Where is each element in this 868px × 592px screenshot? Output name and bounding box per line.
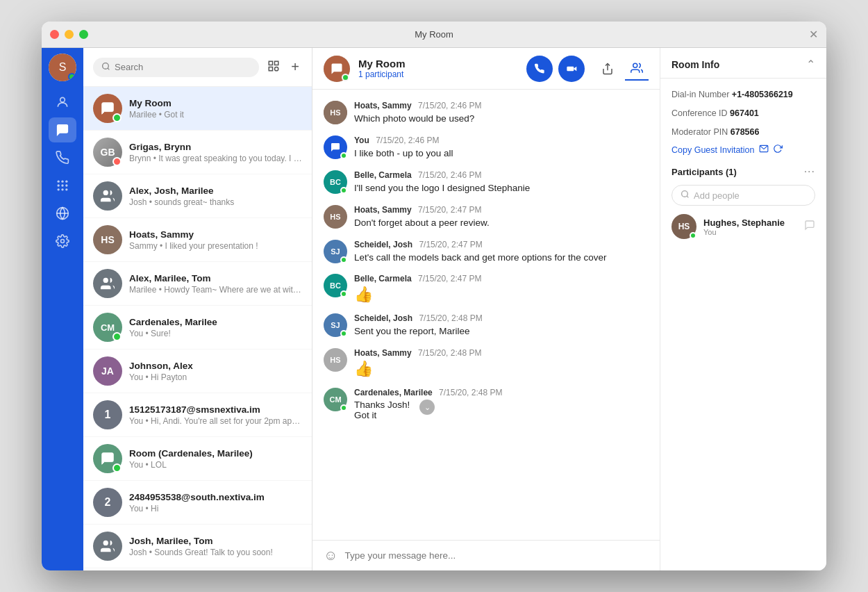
sidebar-nav: S — [42, 48, 83, 570]
search-input[interactable] — [115, 62, 251, 72]
message-text: I like both - up to you all — [354, 147, 649, 161]
avatar-wrap: GB — [93, 138, 122, 167]
message-row: BC Belle, Carmela 7/15/20, 2:46 PM I'll … — [324, 170, 649, 195]
message-input[interactable] — [344, 550, 649, 561]
minimize-button[interactable] — [65, 30, 74, 39]
message-meta: Hoats, Sammy 7/15/20, 2:46 PM — [354, 101, 649, 110]
sender-online-dot — [340, 256, 347, 263]
contact-name: Cardenales, Marilee — [129, 317, 302, 327]
message-avatar-wrap: SJ — [324, 240, 347, 263]
list-item[interactable]: Room (Cardenales, Marilee) You • LOL — [83, 437, 312, 481]
contact-name: Room (Cardenales, Marilee) — [129, 448, 302, 459]
message-content: Belle, Carmela 7/15/20, 2:46 PM I'll sen… — [354, 170, 649, 195]
svg-point-18 — [275, 67, 278, 70]
message-avatar-wrap: SJ — [324, 313, 347, 337]
add-people-input[interactable]: Add people — [671, 185, 815, 206]
svg-point-5 — [61, 184, 63, 186]
status-badge — [112, 157, 122, 166]
message-text: Let's call the models back and get more … — [354, 252, 649, 265]
message-avatar-wrap: BC — [324, 274, 347, 297]
message-avatar: HS — [324, 348, 347, 372]
contact-preview: Josh • sounds great~ thanks — [129, 197, 302, 207]
sidebar-item-contacts[interactable] — [49, 90, 76, 115]
message-meta: Scheidel, Josh 7/15/20, 2:48 PM — [354, 313, 649, 323]
sidebar-item-chat[interactable] — [49, 117, 76, 142]
participant-chat-icon[interactable] — [804, 220, 815, 233]
list-item[interactable]: 2 2484953538@south.nextiva.im You • Hi — [83, 481, 312, 525]
traffic-lights — [50, 30, 88, 39]
list-item[interactable]: GB Grigas, Brynn Brynn • It was great sp… — [83, 131, 312, 174]
main-layout: S — [42, 48, 826, 570]
list-item[interactable]: CM Cardenales, Marilee You • Sure! — [83, 306, 312, 350]
message-sender: You — [354, 135, 369, 145]
message-text: 👍 — [354, 360, 649, 378]
message-content: Hoats, Sammy 7/15/20, 2:46 PM Which phot… — [354, 101, 649, 126]
sidebar-item-settings[interactable] — [49, 229, 76, 254]
svg-point-12 — [61, 240, 65, 243]
maximize-button[interactable] — [79, 30, 88, 39]
contacts-panel: + My Room Marilee • Got it — [83, 48, 312, 570]
chat-header: My Room 1 participant — [312, 48, 660, 90]
people-button[interactable] — [625, 57, 649, 81]
emoji-button[interactable]: ☺ — [324, 548, 337, 564]
add-contact-icon[interactable]: + — [288, 56, 302, 78]
contact-preview: Josh • Sounds Great! Talk to you soon! — [129, 548, 302, 557]
svg-rect-22 — [567, 66, 574, 71]
message-content: Belle, Carmela 7/15/20, 2:47 PM 👍 — [354, 274, 649, 304]
list-item[interactable]: My Room Marilee • Got it — [83, 87, 312, 131]
chat-room-avatar — [324, 56, 350, 82]
chat-messages: HS Hoats, Sammy 7/15/20, 2:46 PM Which p… — [312, 90, 660, 540]
share-button[interactable] — [596, 57, 619, 81]
user-avatar[interactable]: S — [49, 54, 76, 81]
message-avatar: HS — [324, 101, 347, 124]
svg-point-25 — [633, 63, 637, 67]
svg-point-7 — [58, 188, 60, 190]
sidebar-item-globe[interactable] — [49, 201, 76, 226]
list-item[interactable]: SJ Scheidel, Josh You • Hi Blake! — [83, 568, 312, 570]
svg-line-28 — [687, 196, 688, 197]
contact-name: My Room — [129, 98, 302, 108]
message-avatar-wrap: HS — [324, 205, 347, 229]
sidebar-item-apps[interactable] — [49, 173, 76, 198]
moderator-pin-row: Moderator PIN 678566 — [671, 126, 815, 139]
message-text-wrap: Thanks Josh! Got it ⌄ — [354, 400, 649, 420]
message-text: Don't forget about a peer review. — [354, 217, 649, 230]
contact-name: Alex, Josh, Marilee — [129, 186, 302, 196]
video-call-button[interactable] — [558, 56, 585, 82]
directory-icon[interactable] — [265, 57, 283, 78]
participant-item: HS Hughes, Stephanie You — [671, 214, 815, 239]
contact-info: 15125173187@smsnextiva.im You • Hi, Andi… — [129, 404, 302, 426]
chat-header-info: My Room 1 participant — [358, 58, 518, 79]
list-item[interactable]: Alex, Josh, Marilee Josh • sounds great~… — [83, 174, 312, 218]
title-bar-close-icon[interactable]: ✕ — [809, 28, 818, 41]
list-item[interactable]: 1 15125173187@smsnextiva.im You • Hi, An… — [83, 393, 312, 437]
close-button[interactable] — [50, 30, 59, 39]
participant-info: Hughes, Stephanie You — [703, 217, 797, 236]
participants-more-button[interactable]: ··· — [804, 165, 815, 178]
message-row: HS Hoats, Sammy 7/15/20, 2:48 PM 👍 — [324, 348, 649, 378]
participant-online-dot — [690, 232, 696, 239]
copy-guest-invitation-link[interactable]: Copy Guest Invitation — [671, 144, 815, 156]
room-info-title: Room Info — [671, 59, 719, 70]
list-item[interactable]: Josh, Marilee, Tom Josh • Sounds Great! … — [83, 525, 312, 568]
message-meta: Hoats, Sammy 7/15/20, 2:47 PM — [354, 205, 649, 215]
message-options-button[interactable]: ⌄ — [419, 400, 435, 415]
message-row: SJ Scheidel, Josh 7/15/20, 2:47 PM Let's… — [324, 240, 649, 265]
phone-call-button[interactable] — [526, 56, 553, 82]
chat-footer: ☺ — [312, 540, 660, 570]
list-item[interactable]: Alex, Marilee, Tom Marilee • Howdy Team~… — [83, 262, 312, 306]
contact-info: Grigas, Brynn Brynn • It was great speak… — [129, 142, 302, 163]
svg-point-27 — [682, 191, 688, 197]
list-item[interactable]: HS Hoats, Sammy Sammy • I liked your pre… — [83, 218, 312, 262]
message-time: 7/15/20, 2:46 PM — [418, 170, 481, 180]
collapse-icon[interactable]: ⌃ — [806, 58, 815, 71]
online-badge — [112, 463, 122, 472]
message-meta: You 7/15/20, 2:46 PM — [354, 135, 649, 145]
search-box[interactable] — [93, 58, 259, 77]
message-text: Which photo would be used? — [354, 113, 649, 126]
message-content: Cardenales, Marilee 7/15/20, 2:48 PM Tha… — [354, 388, 649, 420]
list-item[interactable]: JA Johnson, Alex You • Hi Payton — [83, 350, 312, 393]
room-info-panel: Room Info ⌃ Dial-in Number +1-4805366219… — [660, 48, 826, 570]
sidebar-item-phone[interactable] — [49, 145, 76, 170]
contact-name: Alex, Marilee, Tom — [129, 273, 302, 283]
